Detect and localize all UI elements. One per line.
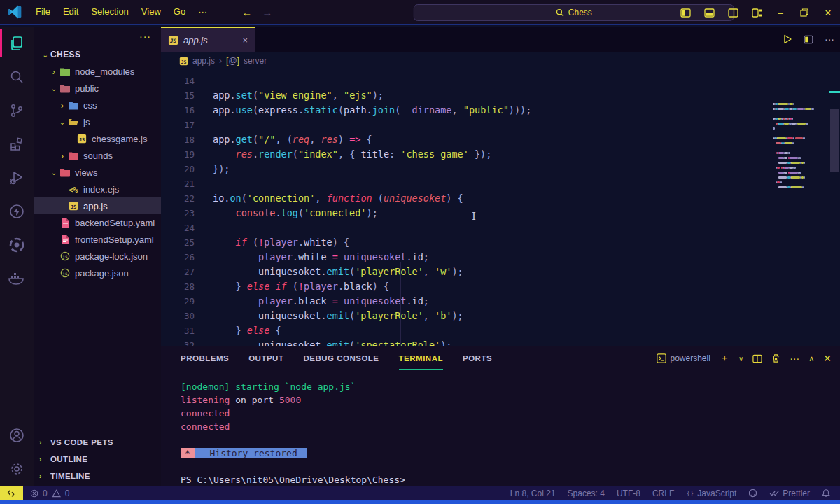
close-tab-icon[interactable]: × (242, 35, 248, 46)
activity-explorer-icon[interactable] (0, 27, 34, 60)
activity-settings-icon[interactable] (0, 452, 34, 486)
code-line-14: 14 (161, 74, 840, 88)
code-line-17: 17 (161, 118, 840, 132)
tree-item-package-json[interactable]: jspackage.json (34, 265, 161, 281)
status-cursor-position[interactable]: Ln 8, Col 21 (510, 489, 556, 498)
terminal-line (181, 460, 405, 473)
terminal-instance[interactable]: powershell (657, 354, 710, 363)
status-item-label: JavaScript (697, 489, 736, 498)
panel-tab-terminal[interactable]: TERMINAL (399, 346, 443, 370)
menu-view[interactable]: View (135, 3, 167, 21)
forward-arrow-icon[interactable]: → (262, 6, 272, 18)
chevron-down-icon: ⌄ (49, 85, 59, 92)
terminal-dropdown-icon[interactable]: ∨ (738, 355, 743, 363)
status-eol[interactable]: CRLF (652, 489, 674, 498)
svg-text:JS: JS (71, 204, 76, 210)
run-icon[interactable] (783, 34, 792, 44)
toggle-sidebar-icon[interactable] (673, 0, 697, 25)
section-timeline[interactable]: ›TIMELINE (34, 468, 161, 484)
remote-indicator[interactable] (0, 486, 23, 500)
kill-terminal-trash-icon[interactable] (771, 354, 780, 363)
menu-go[interactable]: Go (167, 3, 192, 21)
toggle-secondary-sidebar-icon[interactable] (721, 0, 745, 25)
editor-scrollbar[interactable] (830, 109, 839, 172)
tree-item-js[interactable]: ⌄js (34, 113, 161, 130)
split-editor-icon[interactable] (804, 35, 813, 44)
section-vs-code-pets[interactable]: ›VS CODE PETS (34, 434, 161, 451)
section-outline[interactable]: ›OUTLINE (34, 451, 161, 468)
tree-item-frontendsetup-yaml[interactable]: frontendSetup.yaml (34, 231, 161, 248)
terminal-output[interactable]: [nodemon] starting `node app.js`listenin… (181, 380, 405, 486)
problems-status[interactable]: 0 0 (30, 489, 69, 498)
tree-item-index-ejs[interactable]: <%index.ejs (34, 181, 161, 197)
minimize-icon[interactable]: – (769, 0, 792, 25)
activity-run-and-debug-icon[interactable] (0, 161, 34, 195)
split-terminal-icon[interactable] (752, 354, 762, 363)
menu-edit[interactable]: Edit (57, 3, 85, 21)
menu-[interactable]: ··· (192, 3, 214, 21)
activity-accounts-icon[interactable] (0, 419, 34, 452)
customize-layout-icon[interactable] (745, 0, 769, 25)
maximize-panel-icon[interactable]: ∧ (808, 354, 814, 363)
line-number: 17 (161, 118, 195, 132)
tree-item-backendsetup-yaml[interactable]: backendSetup.yaml (34, 214, 161, 231)
close-panel-icon[interactable]: ✕ (823, 353, 832, 364)
terminal-line: * History restored (181, 447, 405, 460)
activity-thunder-client-icon[interactable] (0, 195, 34, 228)
status-notifications[interactable] (822, 489, 830, 498)
tree-item-css[interactable]: ›css (34, 97, 161, 113)
tab-appjs[interactable]: JS app.js × (161, 27, 255, 52)
close-window-icon[interactable]: ✕ (816, 0, 840, 25)
panel-tab-ports[interactable]: PORTS (463, 346, 492, 370)
yaml-file-icon (59, 218, 71, 228)
js-file-icon: JS (168, 35, 178, 46)
activity-browser-preview-icon[interactable] (0, 228, 34, 262)
search-icon (556, 8, 564, 17)
restore-icon[interactable] (792, 0, 816, 25)
tree-item-label: backendSetup.yaml (75, 218, 155, 228)
activity-search-icon[interactable] (0, 60, 34, 94)
activity-docker-icon[interactable] (0, 262, 34, 295)
menu-selection[interactable]: Selection (85, 3, 134, 21)
status-encoding[interactable]: UTF-8 (617, 489, 640, 498)
activity-extensions-icon[interactable] (0, 127, 34, 161)
chevron-down-icon: ⌄ (57, 118, 67, 126)
explorer-more-actions-icon[interactable]: ··· (139, 31, 151, 42)
tree-item-package-lock-json[interactable]: jspackage-lock.json (34, 248, 161, 265)
code-line-25: 25 if (!player.white) { (161, 235, 840, 250)
panel-tab-debug-console[interactable]: DEBUG CONSOLE (303, 346, 379, 370)
terminal-line (181, 433, 405, 447)
code-line-31: 31 } else { (161, 323, 840, 338)
panel-more-actions-icon[interactable]: ··· (790, 353, 799, 364)
tree-item-views[interactable]: ⌄views (34, 164, 161, 181)
breadcrumb-file[interactable]: app.js (192, 56, 215, 66)
editor-more-actions-icon[interactable]: ··· (825, 34, 834, 45)
new-terminal-icon[interactable]: ＋ (720, 352, 729, 365)
status-language-mode[interactable]: {}JavaScript (686, 489, 736, 498)
tree-item-public[interactable]: ⌄public (34, 80, 161, 97)
tree-item-chess[interactable]: ⌄CHESS (34, 46, 161, 63)
shell-name: powershell (671, 354, 710, 363)
minimap[interactable] (773, 97, 818, 190)
search-value: Chess (568, 8, 592, 18)
toggle-panel-icon[interactable] (697, 0, 721, 25)
powershell-icon (657, 354, 666, 363)
breadcrumb[interactable]: JS app.js › [@] server (161, 52, 840, 70)
code-line-16: 16app.use(express.static(path.join(__dir… (161, 103, 840, 118)
status-github[interactable] (748, 489, 757, 498)
panel-tab-problems[interactable]: PROBLEMS (181, 346, 229, 370)
tree-item-sounds[interactable]: ›sounds (34, 147, 161, 164)
menu-file[interactable]: File (29, 3, 57, 21)
code-editor[interactable]: 1415app.set("view engine", "ejs");16app.… (161, 70, 840, 346)
status-formatter[interactable]: Prettier (769, 489, 810, 498)
breadcrumb-symbol[interactable]: server (244, 56, 267, 66)
tree-item-node-modules[interactable]: ›node_modules (34, 63, 161, 80)
back-arrow-icon[interactable]: ← (241, 6, 252, 18)
tree-item-chessgame-js[interactable]: JSchessgame.js (34, 130, 161, 147)
activity-source-control-icon[interactable] (0, 94, 34, 127)
tree-item-app-js[interactable]: JSapp.js (34, 197, 161, 214)
line-number: 16 (161, 103, 195, 118)
braces-icon: {} (686, 489, 694, 498)
status-indentation[interactable]: Spaces: 4 (568, 489, 605, 498)
panel-tab-output[interactable]: OUTPUT (248, 346, 284, 370)
